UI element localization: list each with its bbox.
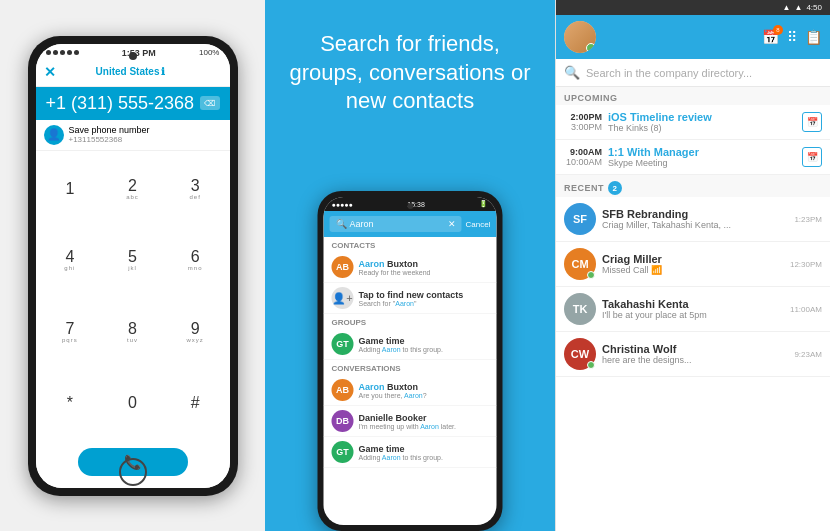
r-time-block-1: 2:00PM 3:00PM [564,112,602,132]
p2-danielle-info: Danielle Booker I'm meeting up with Aaro… [359,413,489,430]
r-cal-icon-1: 📅 [802,112,822,132]
p2-group-gametime[interactable]: GT Game time Adding Aaron to this group. [324,329,497,360]
signal-icon: ▲ [795,3,803,12]
p1-dialpad: 1 2 abc 3 def 4 ghi 5 jkl [36,151,230,442]
r-recent-criag[interactable]: CM Criag Miller Missed Call 📶 12:30PM [556,242,830,287]
r-criag-avatar: CM [564,248,596,280]
r-upcoming-item-1[interactable]: 2:00PM 3:00PM iOS Timeline review The Ki… [556,105,830,140]
dot-5 [74,50,79,55]
dial-2-sub: abc [126,194,139,200]
p2-clear-icon[interactable]: ✕ [448,219,456,229]
p2-group-avatar: GT [332,333,354,355]
dial-7-main: 7 [65,321,74,337]
r-time: 4:50 [806,3,822,12]
p2-contact-aaron[interactable]: AB Aaron Buxton Ready for the weekend [324,252,497,283]
p1-close-button[interactable]: ✕ [44,64,56,80]
r-event-info-1: iOS Timeline review The Kinks (8) [608,111,796,133]
dial-hash-main: # [191,395,200,411]
dial-8-sub: tuv [127,337,138,343]
dial-3-sub: def [189,194,200,200]
p1-country-name: United States [96,66,160,77]
r-grid-button[interactable]: ⠿ [787,29,797,45]
p2-conv-aaron[interactable]: AB Aaron Buxton Are you there, Aaron? [324,375,497,406]
dial-1[interactable]: 1 [40,155,101,224]
dial-9-main: 9 [191,321,200,337]
dial-hash[interactable]: # [165,368,226,437]
p1-header: ✕ United States ℹ [36,60,230,87]
r-user-avatar[interactable] [564,21,596,53]
p2-search-box[interactable]: 🔍 Aaron ✕ [330,216,462,232]
dial-6[interactable]: 6 mno [165,226,226,295]
r-takahashi-avatar: TK [564,293,596,325]
dial-3-main: 3 [191,178,200,194]
p2-cancel-button[interactable]: Cancel [466,220,491,229]
r-criag-info: Criag Miller Missed Call 📶 [602,253,784,275]
r-header-icons: 📅 8 ⠿ 📋 [762,29,822,45]
r-takahashi-info: Takahashi Kenta I'll be at your place at… [602,298,784,320]
p2-group-name: Game time [359,336,489,346]
r-christina-name: Christina Wolf [602,343,788,355]
r-recent-header: RECENT 2 [556,175,830,197]
r-status-bar: ▲ ▲ 4:50 [556,0,830,15]
p2-group-status: Adding Aaron to this group. [359,346,489,353]
r-upcoming-item-2[interactable]: 9:00AM 10:00AM 1:1 With Manager Skype Me… [556,140,830,175]
dial-5-sub: jkl [128,265,137,271]
r-criag-msg: Missed Call 📶 [602,265,742,275]
wifi-icon: ▲ [783,3,791,12]
p2-conv-gt-info: Game time Adding Aaron to this group. [359,444,489,461]
p2-search-input[interactable]: Aaron [350,219,445,229]
right-section: ▲ ▲ 4:50 📅 8 ⠿ 📋 🔍 Search in the company… [555,0,830,531]
phone-2: ●●●●● 15:38 🔋 🔍 Aaron ✕ Cancel Contacts [318,191,503,531]
phone-2-screen: ●●●●● 15:38 🔋 🔍 Aaron ✕ Cancel Contacts [324,197,497,525]
p2-camera [407,203,413,209]
r-event-title-2: 1:1 With Manager [608,146,796,158]
r-time-end-1: 3:00PM [564,122,602,132]
dial-0[interactable]: 0 [102,368,163,437]
p1-save-number[interactable]: 👤 Save phone number +13115552368 [36,120,230,151]
p1-backspace-button[interactable]: ⌫ [200,96,220,110]
middle-headline: Search for friends, groups, conversation… [265,30,555,116]
p1-home-button[interactable] [119,458,147,486]
r-time-end-2: 10:00AM [564,157,602,167]
p2-aaron-info: Aaron Buxton Ready for the weekend [359,259,489,276]
dial-2[interactable]: 2 abc [102,155,163,224]
r-event-title-1: iOS Timeline review [608,111,796,123]
r-christina-time: 9:23AM [794,350,822,359]
r-christina-online [587,361,595,369]
r-takahashi-msg: I'll be at your place at 5pm [602,310,742,320]
r-time-block-2: 9:00AM 10:00AM [564,147,602,167]
r-takahashi-time: 11:00AM [790,305,822,314]
r-recent-takahashi[interactable]: TK Takahashi Kenta I'll be at your place… [556,287,830,332]
dial-4-main: 4 [65,249,74,265]
save-contact-icon: 👤 [44,125,64,145]
r-search-icon: 🔍 [564,65,580,80]
r-recent-sfb[interactable]: SF SFB Rebranding Criag Miller, Takahash… [556,197,830,242]
dial-0-main: 0 [128,395,137,411]
dial-5[interactable]: 5 jkl [102,226,163,295]
r-recent-christina[interactable]: CW Christina Wolf here are the designs..… [556,332,830,377]
r-calendar-button[interactable]: 📅 8 [762,29,779,45]
dot-3 [60,50,65,55]
p1-save-label: Save phone number [69,125,150,135]
r-criag-name: Criag Miller [602,253,784,265]
r-cal-icon-2: 📅 [802,147,822,167]
p1-flag-icon: ℹ [161,66,165,77]
p2-conv-aaron-info: Aaron Buxton Are you there, Aaron? [359,382,489,399]
phone-2-container: ●●●●● 15:38 🔋 🔍 Aaron ✕ Cancel Contacts [318,191,503,531]
r-contacts-button[interactable]: 📋 [805,29,822,45]
p2-conv-danielle[interactable]: DB Danielle Booker I'm meeting up with A… [324,406,497,437]
r-sfb-avatar: SF [564,203,596,235]
dial-4[interactable]: 4 ghi [40,226,101,295]
p2-conv-gametime[interactable]: GT Game time Adding Aaron to this group. [324,437,497,468]
dial-8[interactable]: 8 tuv [102,297,163,366]
p2-battery: 🔋 [479,200,488,208]
p2-find-contacts[interactable]: 👤+ Tap to find new contacts Search for "… [324,283,497,314]
dial-6-sub: mno [188,265,203,271]
dial-3[interactable]: 3 def [165,155,226,224]
r-search-input[interactable]: Search in the company directory... [586,67,822,79]
r-sfb-name: SFB Rebranding [602,208,788,220]
dial-9[interactable]: 9 wxyz [165,297,226,366]
dial-9-sub: wxyz [186,337,203,343]
dial-7[interactable]: 7 pqrs [40,297,101,366]
dial-star[interactable]: * [40,368,101,437]
